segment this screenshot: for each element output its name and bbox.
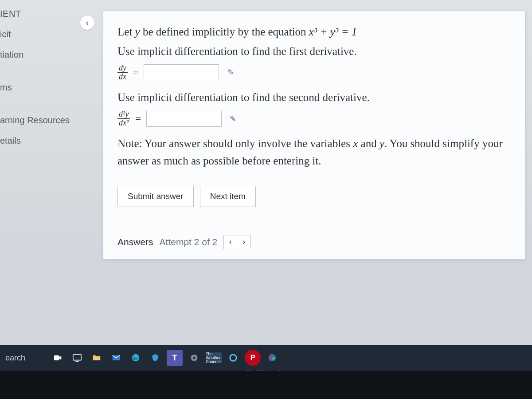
d2y-dx2-label: d²y dx² bbox=[117, 110, 130, 127]
svg-point-9 bbox=[270, 356, 273, 358]
question-line-2: Use implicit differentiation to find the… bbox=[117, 43, 511, 60]
sidebar-item[interactable]: tiation bbox=[0, 44, 75, 65]
taskbar-search-label[interactable]: earch bbox=[5, 353, 46, 363]
question-line-1: Let y be defined implicitly by the equat… bbox=[117, 23, 511, 40]
laptop-bezel bbox=[0, 371, 532, 399]
mail-icon[interactable] bbox=[108, 350, 124, 366]
question-card: Let y be defined implicitly by the equat… bbox=[103, 11, 526, 259]
shield-icon[interactable] bbox=[147, 350, 163, 366]
equals-sign: = bbox=[133, 66, 138, 78]
pinterest-icon[interactable]: P bbox=[245, 350, 261, 366]
second-derivative-row: d²y dx² = ✎ bbox=[117, 110, 511, 127]
file-explorer-icon[interactable] bbox=[89, 350, 105, 366]
answer-note: Note: Your answer should only involve th… bbox=[117, 135, 511, 170]
svg-point-6 bbox=[193, 356, 196, 359]
second-derivative-input[interactable] bbox=[146, 111, 222, 127]
next-attempt-button[interactable]: › bbox=[237, 235, 250, 249]
question-line-3: Use implicit differentiation to find the… bbox=[117, 89, 511, 106]
svg-rect-2 bbox=[75, 361, 78, 362]
dy-dx-label: dy dx bbox=[117, 64, 128, 81]
settings-icon[interactable] bbox=[186, 350, 202, 366]
answers-bar: Answers Attempt 2 of 2 ‹ › bbox=[103, 225, 525, 259]
equation: x³ + y³ = 1 bbox=[309, 26, 357, 38]
submit-answer-button[interactable]: Submit answer bbox=[117, 186, 194, 207]
edge-icon[interactable] bbox=[128, 350, 144, 366]
answers-label: Answers bbox=[117, 237, 153, 247]
task-view-icon[interactable] bbox=[69, 350, 85, 366]
app-icon[interactable] bbox=[264, 350, 280, 366]
sidebar-nav: IENT icit tiation ms arning Resources et… bbox=[0, 0, 75, 345]
svg-rect-0 bbox=[54, 356, 59, 360]
back-button[interactable]: ‹ bbox=[80, 15, 95, 30]
equation-editor-icon[interactable]: ✎ bbox=[224, 66, 237, 78]
equation-editor-icon[interactable]: ✎ bbox=[227, 113, 239, 125]
action-buttons: Submit answer Next item bbox=[117, 186, 511, 207]
svg-point-10 bbox=[272, 357, 275, 360]
teams-icon[interactable]: T bbox=[167, 350, 183, 366]
attempt-pager: ‹ › bbox=[223, 235, 251, 249]
attempt-status: Attempt 2 of 2 bbox=[160, 237, 218, 247]
sidebar-item[interactable]: icit bbox=[0, 24, 75, 44]
chevron-left-icon: ‹ bbox=[86, 18, 89, 27]
video-editor-icon[interactable] bbox=[50, 350, 66, 366]
windows-taskbar: earch T The Weather Channel P DELL bbox=[0, 345, 532, 371]
first-derivative-row: dy dx = ✎ bbox=[117, 64, 511, 81]
equals-sign: = bbox=[135, 113, 141, 125]
sidebar-item[interactable]: arning Resources bbox=[0, 110, 75, 130]
sidebar-header: IENT bbox=[0, 4, 75, 24]
weather-channel-icon[interactable]: The Weather Channel bbox=[206, 352, 222, 363]
svg-point-8 bbox=[269, 354, 276, 362]
next-item-button[interactable]: Next item bbox=[200, 186, 256, 207]
svg-point-7 bbox=[230, 355, 237, 361]
first-derivative-input[interactable] bbox=[144, 64, 219, 80]
sidebar-item[interactable]: ms bbox=[0, 77, 75, 98]
cortana-icon[interactable] bbox=[225, 350, 241, 366]
svg-rect-1 bbox=[73, 355, 81, 360]
prev-attempt-button[interactable]: ‹ bbox=[224, 235, 237, 249]
sidebar-item[interactable]: etails bbox=[0, 130, 75, 151]
